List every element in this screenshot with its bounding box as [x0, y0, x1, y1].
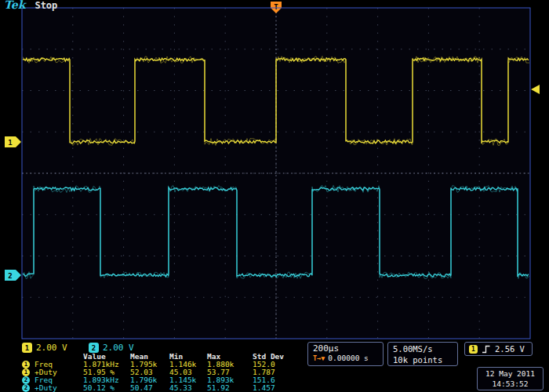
ch1-ground-marker-label: 1: [8, 139, 12, 147]
trigger-readout-box[interactable]: 1 2.56 V: [464, 342, 533, 356]
meas-mean: 50.47: [130, 384, 169, 392]
meas-value: 50.12 %: [83, 384, 130, 392]
ch1-scale-readout[interactable]: 1 2.00 V: [22, 343, 67, 353]
ch1-badge: 1: [22, 368, 30, 376]
datetime-box: 12 May 2011 14:53:52: [477, 367, 544, 390]
ch1-ground-marker[interactable]: [5, 136, 21, 147]
record-length: 10k points: [393, 354, 453, 365]
trigger-source-badge: 1: [469, 345, 478, 354]
trigger-position-icon: T→▼: [313, 354, 325, 362]
trigger-level-arrow[interactable]: [531, 85, 540, 94]
ch2-ground-marker-label: 2: [8, 272, 12, 280]
meas-max: 51.92: [207, 384, 253, 392]
trigger-position-marker-label: T: [274, 3, 278, 11]
trigger-position-value: 0.00000 s: [328, 354, 368, 362]
scope-display: 12T: [0, 0, 549, 392]
ch2-scale-label: 2.00 V: [103, 343, 134, 353]
ch2-ground-marker[interactable]: [5, 270, 21, 281]
date-label: 12 May 2011: [482, 368, 538, 379]
rising-edge-icon: [482, 344, 491, 354]
meas-row-badge: 2: [22, 376, 35, 384]
ch2-badge: 2: [22, 384, 30, 392]
trigger-position-readout: T→▼ 0.00000 s: [313, 354, 378, 362]
ch1-badge: 1: [22, 361, 30, 368]
oscilloscope-screen: 12T Tek Stop 1 2.00 V 2 2.00 V Value Mea…: [0, 0, 549, 392]
header-bar: Tek Stop: [4, 0, 57, 11]
meas-row-badge: 1: [22, 361, 35, 368]
ch2-badge: 2: [22, 376, 30, 384]
acquisition-box[interactable]: 5.00MS/s 10k points: [387, 342, 458, 366]
tek-logo: Tek: [4, 0, 25, 11]
sample-rate: 5.00MS/s: [393, 343, 453, 354]
meas-min: 45.33: [169, 384, 207, 392]
acquisition-status: Stop: [35, 0, 57, 11]
trigger-level-value: 2.56 V: [495, 344, 525, 354]
time-label: 14:53:52: [482, 379, 538, 389]
meas-row-badge: 1: [22, 368, 35, 376]
meas-name: +Duty: [35, 384, 83, 392]
timebase-box[interactable]: 200µs T→▼ 0.00000 s: [307, 342, 384, 366]
ch1-scale-label: 2.00 V: [36, 343, 67, 353]
timebase-scale: 200µs: [313, 343, 378, 354]
meas-std: 1.457: [253, 384, 300, 392]
meas-row-badge: 2: [22, 384, 35, 392]
ch1-badge: 1: [22, 343, 32, 353]
measurements-table: Value Mean Min Max Std Dev 1 Freq 1.871k…: [22, 353, 300, 392]
